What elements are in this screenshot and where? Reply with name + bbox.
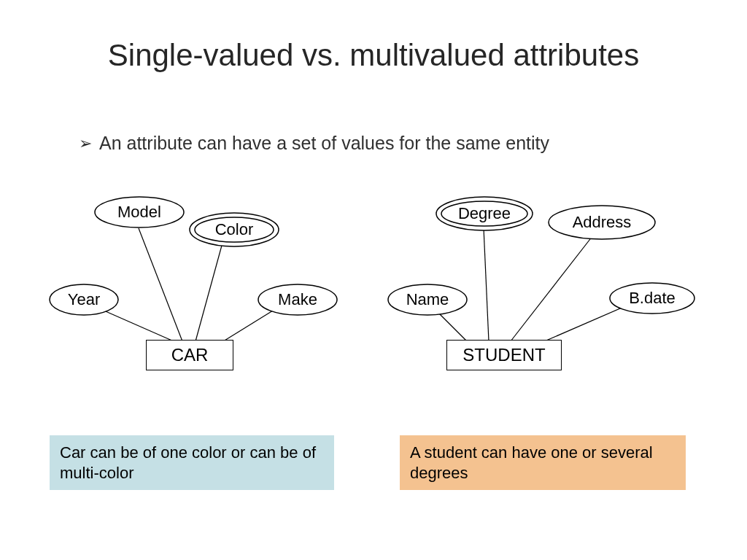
entity-student: STUDENT	[446, 340, 562, 370]
attr-degree-multivalued: Degree	[435, 195, 534, 232]
caption-car: Car can be of one color or can be of mul…	[50, 435, 334, 490]
attr-name: Name	[387, 283, 468, 316]
bullet-text: An attribute can have a set of values fo…	[99, 133, 549, 154]
svg-line-2	[196, 243, 222, 341]
attr-year-label: Year	[68, 290, 100, 309]
attr-make-label: Make	[278, 290, 317, 309]
attr-bdate-label: B.date	[629, 289, 676, 308]
attr-address-label: Address	[573, 213, 632, 232]
attr-degree-label: Degree	[458, 204, 511, 223]
attr-model-label: Model	[117, 203, 161, 222]
entity-car-label: CAR	[171, 345, 209, 365]
attr-year: Year	[48, 283, 120, 316]
slide-title: Single-valued vs. multivalued attributes	[0, 38, 747, 73]
svg-line-5	[484, 228, 489, 341]
attr-color-label: Color	[215, 220, 254, 239]
attr-make: Make	[257, 283, 338, 316]
attr-name-label: Name	[406, 290, 449, 309]
attr-model: Model	[93, 195, 185, 229]
diagram-area: Year Model Color Make CAR Name Degree Ad…	[0, 182, 747, 401]
attr-color-multivalued: Color	[188, 211, 280, 248]
entity-car: CAR	[146, 340, 233, 370]
bullet-arrow-icon: ➢	[79, 136, 92, 152]
attr-bdate: B.date	[608, 281, 696, 315]
svg-line-1	[139, 228, 182, 341]
svg-line-6	[511, 236, 592, 341]
bullet-row: ➢ An attribute can have a set of values …	[79, 133, 549, 154]
caption-student: A student can have one or several degree…	[400, 435, 686, 490]
entity-student-label: STUDENT	[462, 345, 545, 365]
attr-address: Address	[547, 204, 657, 241]
